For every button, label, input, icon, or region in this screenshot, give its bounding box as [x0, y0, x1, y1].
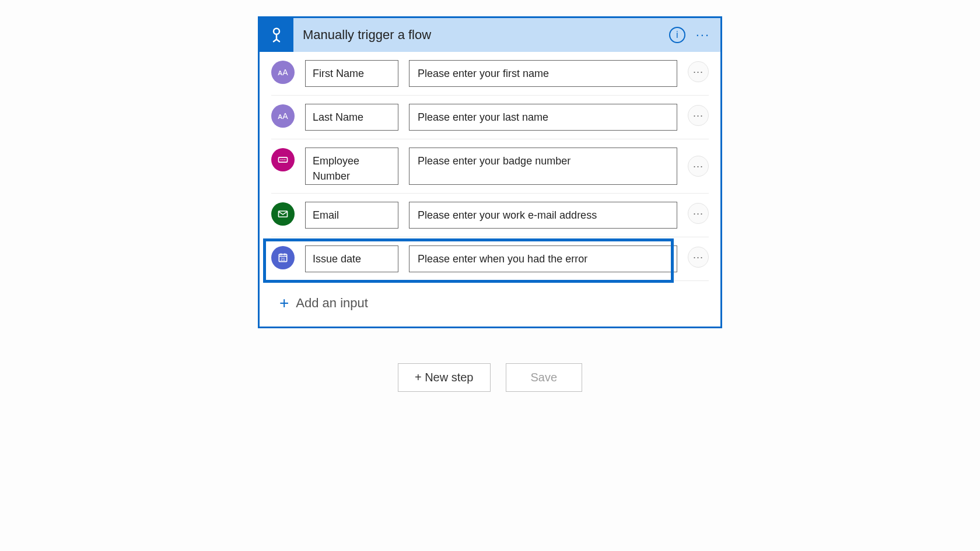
- input-name-field[interactable]: [305, 104, 398, 131]
- save-button[interactable]: Save: [506, 363, 583, 392]
- input-row-issue-date: 21 ···: [271, 237, 709, 281]
- svg-point-0: [274, 29, 279, 34]
- input-name-field[interactable]: [305, 245, 398, 272]
- input-description-field[interactable]: [409, 104, 677, 131]
- svg-text:21: 21: [281, 257, 285, 261]
- input-name-field[interactable]: [305, 60, 398, 87]
- input-row-last-name: ᴀA ···: [271, 96, 709, 139]
- row-menu-button[interactable]: ···: [688, 156, 709, 177]
- input-description-field[interactable]: [409, 245, 677, 272]
- input-description-field[interactable]: [409, 148, 677, 185]
- input-name-field[interactable]: [305, 202, 398, 229]
- info-icon[interactable]: i: [669, 27, 685, 43]
- number-type-icon: [271, 148, 295, 171]
- input-row-email: ···: [271, 194, 709, 237]
- input-row-first-name: ᴀA ···: [271, 52, 709, 96]
- add-input-label: Add an input: [296, 296, 368, 311]
- row-menu-button[interactable]: ···: [688, 247, 709, 268]
- trigger-card: Manually trigger a flow i ··· ᴀA ··· ᴀA …: [258, 16, 722, 328]
- plus-icon: +: [279, 295, 289, 311]
- card-menu-button[interactable]: ···: [696, 29, 710, 41]
- row-menu-button[interactable]: ···: [688, 61, 709, 82]
- footer-buttons: + New step Save: [398, 363, 582, 392]
- input-name-field[interactable]: [305, 148, 398, 185]
- email-type-icon: [271, 202, 295, 226]
- card-header: Manually trigger a flow i ···: [260, 18, 720, 52]
- manual-trigger-icon: [260, 18, 293, 52]
- card-body: ᴀA ··· ᴀA ··· ··· ···: [260, 52, 720, 327]
- add-input-button[interactable]: + Add an input: [271, 281, 709, 321]
- input-row-employee-number: ···: [271, 139, 709, 194]
- date-type-icon: 21: [271, 246, 295, 269]
- new-step-button[interactable]: + New step: [398, 363, 491, 392]
- header-actions: i ···: [669, 27, 720, 43]
- row-menu-button[interactable]: ···: [688, 105, 709, 126]
- input-description-field[interactable]: [409, 60, 677, 87]
- text-type-icon: ᴀA: [271, 61, 295, 84]
- row-menu-button[interactable]: ···: [688, 203, 709, 224]
- text-type-icon: ᴀA: [271, 104, 295, 128]
- input-description-field[interactable]: [409, 202, 677, 229]
- card-title: Manually trigger a flow: [293, 27, 669, 43]
